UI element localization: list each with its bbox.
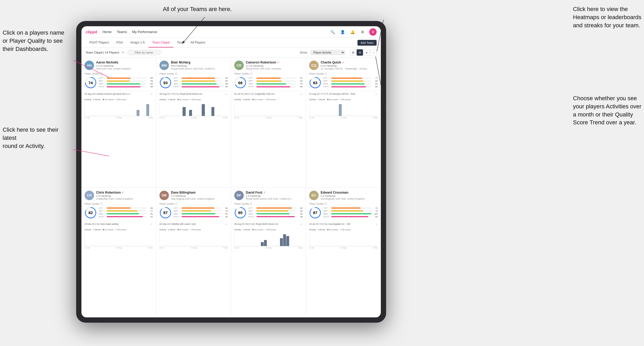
player-name[interactable]: Chris Robertson ✓ (96, 191, 153, 194)
tab-tour[interactable]: Tour (173, 38, 187, 47)
chart-bar (299, 246, 302, 246)
stat-label: ARG (323, 83, 330, 85)
player-name[interactable]: Cameron Robertson ✓ (246, 61, 303, 64)
round-arrow[interactable]: → (225, 92, 228, 96)
tab-pga[interactable]: PGA (113, 38, 127, 47)
quality-circle[interactable]: 87 (309, 207, 321, 219)
player-avatar: CR (85, 191, 94, 200)
chart-bar (205, 116, 208, 116)
player-name[interactable]: Blair McHarg (171, 61, 228, 64)
annotation-bottom-right: Choose whether you seeyour players Activ… (573, 94, 641, 127)
chart-bar (92, 246, 95, 246)
round-arrow[interactable]: → (299, 222, 303, 226)
stat-label: OTT (99, 207, 106, 209)
player-name[interactable]: Aaron Nicholls (96, 61, 153, 64)
chart-label-end: 4 Sep (148, 117, 153, 119)
round-arrow[interactable]: → (375, 92, 378, 96)
quality-circle[interactable]: 82 (85, 207, 97, 219)
quality-circle[interactable]: 85 (234, 207, 246, 219)
stat-label: OTT (99, 77, 106, 79)
activity-title: Activity · 1 Month (234, 98, 250, 101)
add-team-button[interactable]: Add Team (357, 40, 377, 46)
nav-home[interactable]: Home (102, 30, 112, 34)
tab-pgat-players[interactable]: PGAT Players (86, 38, 113, 47)
grid-view-btn[interactable]: ⊞ (350, 49, 356, 56)
round-arrow[interactable]: → (150, 222, 153, 226)
chart-bar (146, 246, 149, 246)
player-info: Aaron Nicholls 11-15 Handicap Drift Golf… (96, 61, 153, 70)
off-course-legend: Off course (115, 228, 126, 231)
search-icon[interactable]: 🔍 (329, 29, 336, 35)
chart-bar (199, 116, 201, 116)
player-name[interactable]: Dave Billingham (171, 191, 228, 194)
player-name[interactable]: Edward Crossman (321, 191, 378, 194)
player-grid: AN Aaron Nicholls 11-15 Handicap Drift G… (81, 57, 381, 317)
chart-bar (254, 246, 257, 246)
user-avatar[interactable]: U (369, 28, 377, 36)
round-arrow[interactable]: → (375, 222, 378, 226)
sub-nav: PGAT Players PGA Hcaps 1-5 Team Clippd T… (81, 38, 381, 48)
quality-circle[interactable]: 74 (85, 77, 97, 89)
nav-teams[interactable]: Teams (117, 30, 127, 34)
player-avatar: BM (159, 61, 169, 70)
round-arrow[interactable]: → (299, 92, 303, 96)
stat-row: ARG 88 (174, 83, 228, 85)
player-name[interactable]: Charlie Quick ✓ (321, 61, 378, 64)
chart-bar (163, 116, 166, 116)
quality-circle[interactable]: 93 (159, 77, 172, 89)
notification-icon[interactable]: 🔔 (349, 29, 356, 35)
quality-circle[interactable]: 87 (159, 207, 172, 219)
quality-circle[interactable]: 68 (234, 77, 246, 89)
stat-value: 60 (148, 207, 153, 209)
player-handicap: 11-15 Handicap (246, 64, 303, 67)
chart-label-end: 4 Sep (223, 247, 228, 249)
off-course-legend: Off course (265, 98, 276, 101)
on-course-dot (103, 99, 104, 100)
chart-area (159, 102, 228, 116)
chart-bar (296, 246, 299, 246)
stat-row: OTT 84 (174, 77, 228, 79)
list-view-btn[interactable]: ⊟ (357, 49, 363, 56)
player-card: DF David Ford ✓ 1-5 Handicap Royal North… (231, 188, 306, 318)
chart-bar (195, 246, 198, 246)
profile-icon[interactable]: 👤 (339, 29, 346, 35)
heatmap-btn[interactable]: ♦ (363, 49, 370, 56)
tab-hcaps[interactable]: Hcaps 1-5 (127, 38, 148, 47)
chart-area (234, 102, 303, 116)
player-name[interactable]: David Ford ✓ (246, 191, 303, 194)
activity-select[interactable]: Player Activity Quality Score Trend (310, 50, 345, 55)
activity-header: Activity · 1 Month On course Off course (309, 228, 378, 231)
chart-bar (349, 246, 351, 246)
activity-legend: On course Off course (327, 98, 351, 101)
chart-bar (186, 116, 189, 116)
off-course-label: Off course (117, 98, 126, 101)
chart-bar (313, 246, 316, 246)
player-avatar: CR (234, 61, 244, 70)
chart-bar (257, 116, 260, 116)
pq-label: Player Quality ⓘ (234, 202, 303, 206)
stat-row: OTT 82 (174, 207, 228, 209)
round-arrow[interactable]: → (150, 92, 153, 96)
stat-value: 85 (222, 213, 228, 215)
stat-row: OTT 60 (99, 207, 153, 209)
filter-input[interactable] (127, 50, 161, 55)
quality-number: 87 (313, 210, 318, 215)
chart-bar (361, 116, 364, 116)
chart-bar (192, 246, 195, 246)
player-avatar: AN (85, 61, 94, 70)
chart-bar (202, 246, 205, 246)
settings-icon[interactable]: ⚙ (359, 29, 366, 35)
tab-team-clippd[interactable]: Team Clippd (148, 38, 173, 47)
chart-bar (160, 246, 163, 246)
round-arrow[interactable]: → (225, 222, 228, 226)
sort-btn[interactable]: ↕ (370, 49, 377, 56)
chart-bar (176, 116, 179, 116)
stat-label: OTT (323, 207, 330, 209)
quality-circle[interactable]: 83 (309, 77, 321, 89)
tab-all-players[interactable]: All Players (187, 38, 209, 47)
edit-icon[interactable]: ✏ (122, 51, 124, 54)
chart-bar (339, 104, 342, 116)
off-course-dot (115, 99, 117, 100)
nav-my-performance[interactable]: My Performance (132, 30, 157, 34)
stat-row: ARG 103 (323, 213, 378, 215)
